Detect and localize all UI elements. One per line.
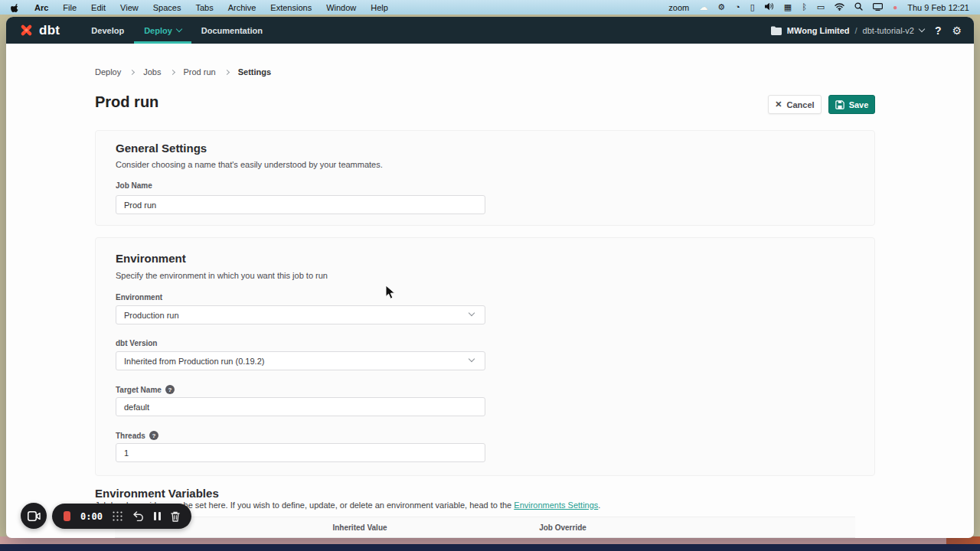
save-disk-icon bbox=[835, 100, 844, 109]
apple-icon[interactable] bbox=[11, 3, 20, 12]
browser-window: dbt Develop Deploy Documentation MWong L… bbox=[6, 17, 974, 538]
chevron-down-icon bbox=[469, 310, 475, 316]
page-title: Prod run bbox=[95, 93, 158, 111]
volume-icon[interactable] bbox=[765, 2, 774, 12]
save-button-label: Save bbox=[849, 100, 869, 109]
environment-select[interactable]: Production run bbox=[116, 305, 485, 324]
pause-icon[interactable] bbox=[154, 512, 161, 520]
section-description-environment: Specify the environment in which you wan… bbox=[116, 271, 328, 280]
target-name-label: Target Name ? bbox=[116, 385, 175, 394]
battery-icon[interactable]: ▭ bbox=[817, 3, 825, 11]
env-vars-desc-period: . bbox=[598, 500, 600, 510]
nav-item-develop[interactable]: Develop bbox=[81, 17, 134, 44]
project-name: dbt-tutorial-v2 bbox=[863, 26, 914, 35]
trash-icon[interactable] bbox=[171, 511, 180, 522]
brand-name: dbt bbox=[39, 23, 60, 38]
table-header-inherited-value: Inherited Value bbox=[237, 523, 482, 532]
display-icon[interactable] bbox=[873, 3, 883, 12]
dbt-version-label: dbt Version bbox=[116, 339, 157, 347]
account-separator: / bbox=[855, 26, 858, 35]
close-icon: ✕ bbox=[775, 99, 782, 109]
threads-label-text: Threads bbox=[116, 432, 145, 440]
account-project-switcher[interactable]: MWong Limited / dbt-tutorial-v2 bbox=[771, 26, 924, 35]
select-region-icon[interactable] bbox=[113, 511, 122, 521]
environment-card: Environment Specify the environment in w… bbox=[95, 237, 875, 476]
section-heading-general: General Settings bbox=[116, 142, 207, 155]
menubar-item-spaces[interactable]: Spaces bbox=[153, 3, 181, 12]
menubar-app-menu[interactable]: Arc bbox=[34, 3, 48, 12]
stop-record-button[interactable] bbox=[64, 511, 70, 521]
save-button[interactable]: Save bbox=[828, 95, 875, 114]
menubar-item-help[interactable]: Help bbox=[371, 3, 388, 12]
general-settings-card: General Settings Consider choosing a nam… bbox=[95, 130, 875, 226]
dbt-navbar: dbt Develop Deploy Documentation MWong L… bbox=[6, 17, 974, 44]
job-name-input[interactable] bbox=[116, 195, 485, 214]
menubar-item-window[interactable]: Window bbox=[326, 3, 356, 12]
chevron-down-icon bbox=[469, 356, 475, 362]
wifi-icon[interactable] bbox=[835, 3, 844, 12]
menubar-item-extensions[interactable]: Extensions bbox=[270, 3, 312, 12]
environment-label: Environment bbox=[116, 293, 162, 302]
environment-label-text: Environment bbox=[116, 293, 162, 302]
battery-small-icon[interactable]: ▯ bbox=[750, 3, 755, 11]
cancel-button-label: Cancel bbox=[787, 100, 815, 109]
threads-input[interactable] bbox=[116, 443, 485, 462]
nav-item-label: Documentation bbox=[201, 26, 263, 35]
dbt-version-select-value: Inherited from Production run (0.19.2) bbox=[124, 357, 264, 366]
cancel-button[interactable]: ✕ Cancel bbox=[768, 95, 822, 114]
video-camera-icon bbox=[28, 511, 41, 521]
gear-icon[interactable]: ⚙ bbox=[717, 3, 725, 11]
account-name: MWong Limited bbox=[787, 26, 850, 35]
chevron-down-icon bbox=[919, 26, 925, 32]
macos-menubar: Arc File Edit View Spaces Tabs Archive E… bbox=[0, 0, 980, 15]
wallpaper-strip bbox=[0, 544, 980, 551]
chevron-right-icon bbox=[169, 69, 175, 74]
chevron-right-icon bbox=[224, 69, 230, 74]
environments-settings-link[interactable]: Environments Settings bbox=[514, 500, 598, 510]
section-description-env-vars: Job level overrides can be set here. If … bbox=[95, 500, 784, 510]
section-heading-env-vars: Environment Variables bbox=[95, 487, 219, 500]
undo-restart-icon[interactable] bbox=[132, 511, 144, 521]
nav-item-label: Deploy bbox=[144, 26, 172, 35]
menubar-zoom-app[interactable]: zoom bbox=[668, 3, 689, 12]
menubar-item-edit[interactable]: Edit bbox=[91, 3, 106, 12]
menubar-item-tabs[interactable]: Tabs bbox=[195, 3, 213, 12]
bluetooth-icon[interactable]: ᛒ bbox=[802, 3, 807, 11]
recording-toolbar: 0:00 bbox=[52, 504, 191, 529]
job-name-label: Job Name bbox=[116, 181, 152, 190]
nav-item-deploy[interactable]: Deploy bbox=[134, 17, 191, 44]
target-name-input[interactable] bbox=[116, 397, 485, 416]
section-description-general: Consider choosing a name that's easily u… bbox=[116, 160, 383, 169]
camera-bubble-button[interactable] bbox=[21, 503, 47, 529]
dbt-logo[interactable]: dbt bbox=[18, 17, 60, 44]
folder-icon bbox=[771, 26, 782, 35]
menubar-clock[interactable]: Thu 9 Feb 12:21 bbox=[907, 3, 969, 12]
record-dot-icon[interactable]: ● bbox=[893, 4, 897, 11]
calendar-icon[interactable]: ▦ bbox=[784, 3, 792, 11]
nav-item-documentation[interactable]: Documentation bbox=[191, 17, 273, 44]
search-icon[interactable] bbox=[854, 2, 863, 12]
settings-gear-icon[interactable]: ⚙ bbox=[952, 24, 962, 37]
menubar-item-archive[interactable]: Archive bbox=[228, 3, 256, 12]
menubar-item-file[interactable]: File bbox=[63, 3, 77, 12]
threads-label: Threads ? bbox=[116, 431, 158, 440]
breadcrumb: Deploy Jobs Prod run Settings bbox=[95, 67, 271, 77]
breadcrumb-settings: Settings bbox=[238, 67, 271, 77]
dbt-version-select[interactable]: Inherited from Production run (0.19.2) bbox=[116, 351, 485, 370]
job-name-label-text: Job Name bbox=[116, 181, 152, 190]
breadcrumb-prod-run[interactable]: Prod run bbox=[184, 67, 216, 77]
chevron-down-icon bbox=[176, 26, 182, 32]
help-circle-icon[interactable]: ? bbox=[165, 385, 175, 394]
breadcrumb-jobs[interactable]: Jobs bbox=[143, 67, 161, 77]
chevron-right-icon bbox=[129, 69, 135, 74]
breadcrumb-deploy[interactable]: Deploy bbox=[95, 67, 121, 77]
menubar-item-view[interactable]: View bbox=[120, 3, 139, 12]
dbt-logo-icon bbox=[18, 22, 34, 38]
help-icon[interactable]: ? bbox=[935, 24, 942, 37]
dbt-version-label-text: dbt Version bbox=[116, 339, 157, 347]
clock-icon[interactable]: ◔ bbox=[735, 3, 740, 11]
target-name-label-text: Target Name bbox=[116, 386, 162, 394]
section-heading-environment: Environment bbox=[116, 252, 186, 265]
cloud-icon[interactable]: ☁ bbox=[699, 3, 707, 11]
help-circle-icon[interactable]: ? bbox=[149, 431, 158, 440]
